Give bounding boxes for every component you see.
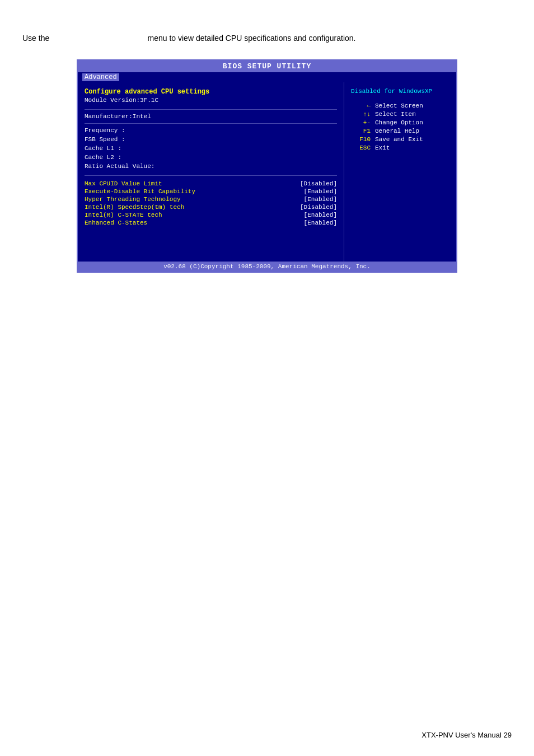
bios-key-1: ↑↓ [351, 111, 371, 118]
bios-menu-advanced[interactable]: Advanced [82, 73, 119, 81]
bios-title-bar: BIOS SETUP UTILITY [78, 60, 456, 72]
bios-key-3: F1 [351, 128, 371, 134]
bios-footer: v02.68 (C)Copyright 1985-2009, American … [78, 262, 456, 272]
page-footer: XTX-PNV User's Manual 29 [421, 731, 512, 739]
bios-info-frequency: Frequency : [85, 127, 337, 134]
bios-key-row-4: F10 Save and Exit [351, 136, 423, 143]
bios-key-row-0: ← Select Screen [351, 102, 423, 109]
bios-setting-name-4: Intel(R) C-STATE tech [85, 212, 162, 218]
bios-body: Configure advanced CPU settings Module V… [78, 82, 456, 262]
bios-key-desc-5: Exit [375, 144, 390, 151]
bios-key-desc-2: Change Option [375, 119, 423, 126]
bios-key-row-2: +- Change Option [351, 119, 423, 126]
bios-setting-row-2[interactable]: Hyper Threading Technology [Enabled] [85, 196, 337, 203]
intro-line: Use the menu to view detailed CPU specif… [22, 34, 512, 43]
bios-info-fsb: FSB Speed : [85, 136, 337, 143]
intro-suffix: menu to view detailed CPU specifications… [148, 34, 356, 43]
bios-setting-value-0: [Disabled] [300, 180, 337, 187]
bios-setting-value-3: [Disabled] [300, 204, 337, 211]
bios-info-ratio: Ratio Actual Value: [85, 163, 337, 170]
bios-menu-bar: Advanced [78, 72, 456, 82]
bios-setting-value-1: [Enabled] [304, 188, 337, 195]
bios-key-2: +- [351, 119, 371, 126]
bios-key-0: ← [351, 102, 371, 109]
bios-setting-row-4[interactable]: Intel(R) C-STATE tech [Enabled] [85, 212, 337, 218]
bios-setting-row-5[interactable]: Enhanced C-States [Enabled] [85, 220, 337, 226]
bios-manufacturer: Manufacturer:Intel [85, 113, 337, 120]
separator-3 [85, 175, 337, 176]
bios-setting-value-5: [Enabled] [304, 220, 337, 226]
bios-keys-section: ← Select Screen ↑↓ Select Item +- Change… [351, 102, 423, 153]
bios-key-row-5: ESC Exit [351, 144, 423, 151]
bios-settings-area: Max CPUID Value Limit [Disabled] Execute… [85, 180, 337, 226]
bios-key-4: F10 [351, 136, 371, 143]
bios-key-desc-4: Save and Exit [375, 136, 423, 143]
bios-key-row-1: ↑↓ Select Item [351, 111, 423, 118]
bios-left-panel: Configure advanced CPU settings Module V… [78, 82, 344, 262]
bios-section-subtitle: Module Version:3F.1C [85, 97, 337, 104]
bios-section-title: Configure advanced CPU settings [85, 88, 337, 96]
bios-setting-name-5: Enhanced C-States [85, 220, 147, 226]
bios-right-info: Disabled for WindowsXP [351, 88, 432, 95]
bios-setting-name-0: Max CPUID Value Limit [85, 180, 162, 187]
bios-key-desc-3: General Help [375, 128, 419, 134]
separator-1 [85, 109, 337, 110]
intro-prefix: Use the [22, 34, 49, 43]
bios-setting-row-0[interactable]: Max CPUID Value Limit [Disabled] [85, 180, 337, 187]
bios-setting-name-1: Execute-Disable Bit Capability [85, 188, 195, 195]
bios-title: BIOS SETUP UTILITY [223, 62, 311, 71]
bios-setting-name-2: Hyper Threading Technology [85, 196, 181, 203]
bios-key-desc-1: Select Item [375, 111, 416, 118]
bios-setting-value-4: [Enabled] [304, 212, 337, 218]
bios-setting-value-2: [Enabled] [304, 196, 337, 203]
bios-key-5: ESC [351, 144, 371, 151]
bios-key-desc-0: Select Screen [375, 102, 423, 109]
bios-setting-row-3[interactable]: Intel(R) SpeedStep(tm) tech [Disabled] [85, 204, 337, 211]
bios-screen: BIOS SETUP UTILITY Advanced Configure ad… [77, 59, 457, 273]
bios-setting-row-1[interactable]: Execute-Disable Bit Capability [Enabled] [85, 188, 337, 195]
separator-2 [85, 123, 337, 124]
bios-info-cache-l1: Cache L1 : [85, 145, 337, 152]
bios-setting-name-3: Intel(R) SpeedStep(tm) tech [85, 204, 184, 211]
bios-footer-text: v02.68 (C)Copyright 1985-2009, American … [163, 263, 371, 270]
bios-right-panel: Disabled for WindowsXP ← Select Screen ↑… [344, 82, 456, 262]
bios-key-row-3: F1 General Help [351, 128, 423, 134]
bios-info-group: Frequency : FSB Speed : Cache L1 : Cache… [85, 127, 337, 170]
bios-info-cache-l2: Cache L2 : [85, 154, 337, 161]
